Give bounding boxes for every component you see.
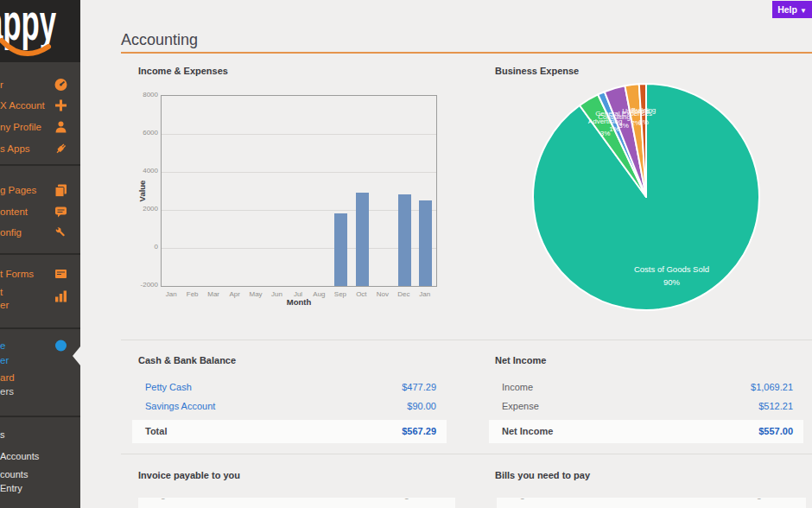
sidebar-item[interactable]: onfig xyxy=(0,223,80,242)
app-logo[interactable]: appy xyxy=(0,0,80,62)
cash-row: Savings Account $90.00 xyxy=(145,401,436,413)
wrench-icon xyxy=(54,226,67,239)
y-tick-label: 2000 xyxy=(122,205,158,213)
cash-total-row: Total $567.29 xyxy=(132,420,447,443)
cash-total-label: Total xyxy=(145,426,167,436)
caret-down-icon: ▼ xyxy=(800,7,807,15)
divider xyxy=(121,454,812,454)
bar-chart-title: Income & Expenses xyxy=(138,66,228,76)
help-button[interactable]: Help▼ xyxy=(772,1,812,18)
sidebar-item[interactable]: ers xyxy=(0,382,80,401)
net-income-total-row: Net Income $557.00 xyxy=(489,420,803,443)
x-tick-label: Apr xyxy=(224,290,246,298)
x-tick-label: Jan xyxy=(414,290,436,298)
pages-icon xyxy=(54,184,67,197)
petty-cash-value: $477.29 xyxy=(402,382,436,392)
net-income-row: Expense $512.21 xyxy=(502,401,793,413)
x-tick-label: Jun xyxy=(266,290,289,298)
sidebar-item[interactable]: ontent xyxy=(0,202,80,221)
sidebar-item[interactable]: g Pages xyxy=(0,181,80,200)
petty-cash-link[interactable]: Petty Cash xyxy=(145,382,192,392)
x-tick-label: Jan xyxy=(160,290,182,298)
income-label: Income xyxy=(502,382,533,392)
expense-label: Expense xyxy=(502,401,539,411)
sidebar: appy r X Account ny Profile s Apps xyxy=(0,0,80,508)
divider xyxy=(121,340,812,340)
expense-value: $512.21 xyxy=(758,401,793,411)
income-value: $1,069.21 xyxy=(751,382,793,392)
user-icon xyxy=(54,121,67,134)
gridline xyxy=(162,134,436,135)
sidebar-item[interactable]: Accounts xyxy=(0,447,80,466)
x-tick-label: Mar xyxy=(202,290,225,298)
accounting-page: appy r X Account ny Profile s Apps xyxy=(0,0,812,508)
x-tick-label: Feb xyxy=(181,290,204,298)
y-tick-label: 4000 xyxy=(122,167,158,175)
plus-icon xyxy=(54,99,67,112)
bar-jan[interactable] xyxy=(419,200,432,286)
form-icon xyxy=(54,268,67,281)
sidebar-item[interactable]: s xyxy=(0,425,80,444)
title-underline xyxy=(121,52,812,54)
y-tick-label: 0 xyxy=(122,243,158,251)
net-income-row: Income $1,069.21 xyxy=(502,382,793,394)
page-title: Accounting xyxy=(121,31,198,49)
cash-row: Petty Cash $477.29 xyxy=(145,382,436,394)
y-tick-label: -2000 xyxy=(122,281,158,289)
comment-icon xyxy=(54,206,67,219)
net-income-panel-title: Net Income xyxy=(495,355,546,365)
logo-smile-icon xyxy=(0,0,80,62)
x-axis-title: Month xyxy=(287,297,312,307)
net-income-total-label: Net Income xyxy=(502,426,553,436)
x-tick-label: Sep xyxy=(329,290,352,298)
y-tick-label: 8000 xyxy=(122,91,158,98)
sidebar-item[interactable]: er xyxy=(0,351,80,370)
invoice-section-title: Invoice payable to you xyxy=(138,470,240,480)
pie-chart: Costs of Goods Sold90%Advertising3%Consu… xyxy=(530,80,763,314)
gridline xyxy=(162,210,436,211)
active-item-notch xyxy=(73,346,80,365)
bar-sep[interactable] xyxy=(334,213,347,286)
net-income-total-value: $557.00 xyxy=(758,426,793,436)
sidebar-item[interactable]: r xyxy=(0,75,80,94)
sidebar-item[interactable]: ny Profile xyxy=(0,117,80,137)
x-tick-label: Oct xyxy=(350,290,372,298)
bills-section-title: Bills you need to pay xyxy=(495,470,590,480)
sidebar-item[interactable]: er xyxy=(0,295,80,314)
savings-account-value: $90.00 xyxy=(407,401,436,411)
sidebar-item[interactable]: t Forms xyxy=(0,264,80,283)
x-tick-label: Nov xyxy=(371,290,394,298)
gauge-icon xyxy=(54,79,67,92)
bar-chart-plot xyxy=(161,95,437,287)
y-axis-title: Value xyxy=(137,181,147,202)
cash-total-value: $567.29 xyxy=(402,426,436,436)
gridline xyxy=(162,248,436,249)
cash-panel-title: Cash & Bank Balance xyxy=(138,355,236,365)
x-tick-label: Dec xyxy=(392,290,415,298)
pie-slice-label: Building1% xyxy=(631,105,656,129)
pie-slice-label: Costs of Goods Sold90% xyxy=(634,263,709,289)
plug-icon xyxy=(54,143,67,156)
bar-oct[interactable] xyxy=(356,193,369,286)
sidebar-item[interactable]: X Account xyxy=(0,96,80,115)
savings-account-link[interactable]: Savings Account xyxy=(145,401,215,411)
x-tick-label: May xyxy=(244,290,267,298)
y-tick-label: 6000 xyxy=(122,129,158,137)
sidebar-item[interactable]: s Apps xyxy=(0,139,80,158)
bar-dec[interactable] xyxy=(398,194,411,286)
pie-chart-title: Business Expense xyxy=(495,66,579,76)
sidebar-item[interactable]: Entry xyxy=(0,479,80,498)
gridline xyxy=(162,172,436,173)
